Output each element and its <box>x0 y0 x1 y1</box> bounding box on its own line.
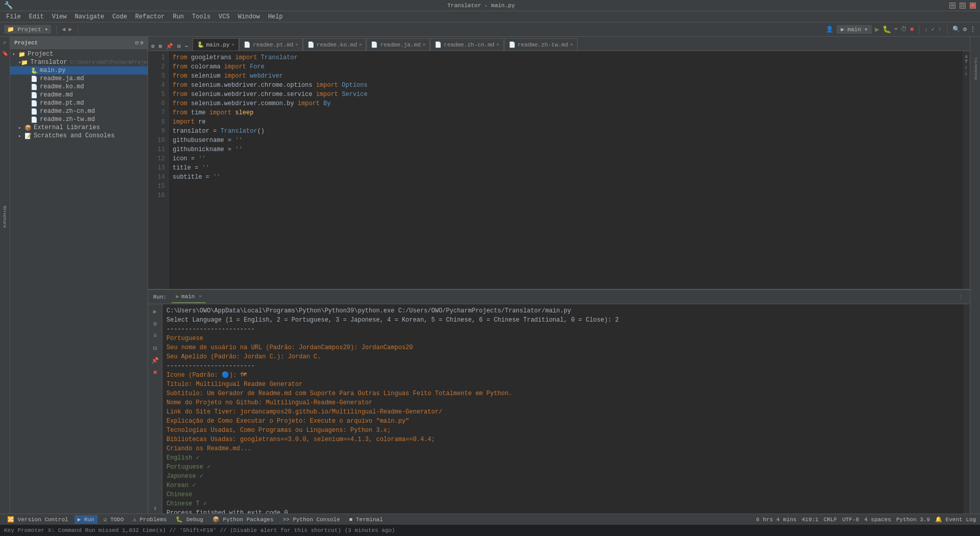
profile-button[interactable]: ⏱ <box>901 26 907 33</box>
tree-readme-ja[interactable]: 📄 readme.ja.md <box>10 75 148 83</box>
menu-refactor[interactable]: Refactor <box>131 12 169 21</box>
tab-run[interactable]: ▶ main ✕ <box>172 291 205 303</box>
run-button[interactable]: ▶ <box>875 25 879 34</box>
tree-scratches[interactable]: ▸ 📝 Scratches and Consoles <box>10 132 148 140</box>
more-actions-button[interactable]: ⋮ <box>970 26 976 33</box>
bt-more-icon[interactable]: ⋮ <box>958 294 964 300</box>
statusbar-encoding[interactable]: UTF-8 <box>842 517 859 523</box>
tab-readme-ja-close[interactable]: ✕ <box>423 42 425 47</box>
terminal-tab[interactable]: ■ Terminal <box>346 516 386 524</box>
tab-readme-ko[interactable]: 📄 readme.ko.md ✕ <box>303 38 367 51</box>
tab-readme-zhtw[interactable]: 📄 readme.zh-tw.md ✕ <box>504 38 578 51</box>
bookmarks-icon[interactable]: Bookmarks <box>971 39 980 80</box>
stop-button[interactable]: ■ <box>910 26 914 33</box>
menu-view[interactable]: View <box>48 12 71 21</box>
tab-readme-ja[interactable]: 📄 readme.ja.md ✕ <box>366 38 430 51</box>
console-output[interactable]: C:\Users\OWO\AppData\Local\Programs\Pyth… <box>162 304 964 514</box>
debug-button[interactable]: 🐛 <box>882 25 891 34</box>
tab-readme-pt-close[interactable]: ✕ <box>295 42 298 47</box>
run-scroll-icon[interactable]: ⬇ <box>150 503 160 514</box>
tree-main-py[interactable]: 🐍 main.py <box>10 66 148 75</box>
menu-file[interactable]: File <box>2 12 25 21</box>
run-config-dropdown[interactable]: ▶ main ▾ <box>836 25 872 34</box>
toolbar-icon-back[interactable]: ◀ <box>62 26 65 33</box>
run-play-icon[interactable]: ▶ <box>150 306 160 316</box>
run-pin-icon[interactable]: 📌 <box>150 355 160 366</box>
bookmarks-toggle[interactable]: 🔖 <box>1 49 10 58</box>
tab-main-py[interactable]: 🐍 main.py ✕ <box>193 38 240 51</box>
console-separator-1: ------------------------ <box>166 325 960 334</box>
tab-readme-ja-icon: 📄 <box>371 41 378 48</box>
tab-readme-zhcn[interactable]: 📄 readme.zh-cn.md ✕ <box>430 38 504 51</box>
vcs-update-button[interactable]: ↓ <box>924 26 928 33</box>
collapse-all-icon[interactable]: ⊟ <box>135 40 138 46</box>
tree-external-libs[interactable]: ▸ 📦 External Libraries <box>10 124 148 132</box>
structure-toggle[interactable]: Structure <box>1 212 10 222</box>
vcs-commit-button[interactable]: ✓ <box>931 26 935 33</box>
tab-readme-ko-close[interactable]: ✕ <box>359 42 362 47</box>
tab-readme-zhcn-close[interactable]: ✕ <box>496 42 499 47</box>
todo-tab[interactable]: ☑ TODO <box>101 515 127 524</box>
tree-readme-ko[interactable]: 📄 readme.ko.md <box>10 83 148 91</box>
menu-tools[interactable]: Tools <box>188 12 214 21</box>
coverage-button[interactable]: ☂ <box>894 26 898 33</box>
menu-window[interactable]: Window <box>234 12 264 21</box>
run-split-icon[interactable]: ⊟ <box>150 343 160 353</box>
menu-navigate[interactable]: Navigate <box>70 12 108 21</box>
menu-vcs[interactable]: VCS <box>214 12 234 21</box>
run-settings-icon[interactable]: ⚙ <box>150 319 160 329</box>
menu-edit[interactable]: Edit <box>25 12 48 21</box>
tab-readme-pt-label: readme.pt.md <box>253 42 293 48</box>
menu-code[interactable]: Code <box>108 12 131 21</box>
statusbar-time: 6 hrs 4 mins <box>756 517 797 523</box>
menu-run[interactable]: Run <box>169 12 188 21</box>
tab-readme-zhtw-close[interactable]: ✕ <box>570 42 573 47</box>
split-icon[interactable]: ⊟ <box>176 42 182 51</box>
tree-translator-icon: 📁 <box>21 59 28 66</box>
tree-readme-zhcn[interactable]: 📄 readme.zh-cn.md <box>10 107 148 115</box>
toolbar-icon-forward[interactable]: ▶ <box>68 26 72 33</box>
settings-tab-icon[interactable]: ⚙ <box>150 42 156 51</box>
project-dropdown[interactable]: 📁 Project ▾ <box>4 25 51 34</box>
up-arrow-icon[interactable]: ↑ <box>965 65 968 71</box>
run-stop-icon[interactable]: ■ <box>150 368 160 378</box>
tree-readme-pt[interactable]: 📄 readme.pt.md <box>10 99 148 107</box>
python-packages-tab[interactable]: 📦 Python Packages <box>209 515 277 524</box>
statusbar-indent[interactable]: 4 spaces <box>864 517 891 523</box>
tree-readme-zhtw[interactable]: 📄 readme.zh-tw.md <box>10 115 148 124</box>
statusbar-python[interactable]: Python 3.9 <box>896 517 930 523</box>
down-arrow-icon[interactable]: ↓ <box>965 71 968 77</box>
debug-tab[interactable]: 🐛 Debug <box>173 515 206 524</box>
main-content: P 🔖 Structure Project ⊟ ⚙ ▾ 📁 Project ▾ … <box>0 37 980 514</box>
settings-button[interactable]: ⚙ <box>963 26 967 33</box>
version-control-tab[interactable]: 🔀 Version Control <box>4 515 71 524</box>
close-button[interactable]: ✕ <box>970 3 976 9</box>
tab-readme-pt[interactable]: 📄 readme.pt.md ✕ <box>239 38 303 51</box>
pin-icon[interactable]: 📌 <box>165 42 174 51</box>
user-icon[interactable]: 👤 <box>826 26 833 33</box>
run-layout-icon[interactable]: ≡ <box>150 331 160 341</box>
statusbar-crlf[interactable]: CRLF <box>824 517 837 523</box>
search-everywhere-button[interactable]: 🔍 <box>952 26 960 33</box>
menu-help[interactable]: Help <box>264 12 287 21</box>
tree-translator[interactable]: ▾ 📁 Translator C:\Users\OWO\PycharmProje… <box>10 58 148 66</box>
tab-main-py-close[interactable]: ✕ <box>232 42 234 47</box>
tree-readme-zhtw-label: readme.zh-tw.md <box>40 116 95 123</box>
more-tabs-icon[interactable]: ⋯ <box>184 42 189 51</box>
problems-tab[interactable]: ⚠ Problems <box>130 515 170 524</box>
project-panel-toggle[interactable]: P <box>1 39 10 48</box>
run-tab-bottom[interactable]: ▶ Run <box>75 515 98 524</box>
tree-readme-md[interactable]: 📄 readme.md <box>10 91 148 99</box>
minimize-button[interactable]: ─ <box>949 3 955 9</box>
statusbar-event-log[interactable]: 🔔 Event Log <box>935 516 976 523</box>
python-console-tab[interactable]: >> Python Console <box>280 516 343 524</box>
tree-root[interactable]: ▾ 📁 Project <box>10 50 148 58</box>
bottom-panel: Run: ▶ main ✕ ⋮ ▶ ⚙ ≡ ⊟ <box>148 289 970 514</box>
maximize-button[interactable]: □ <box>960 3 966 9</box>
settings-icon[interactable]: ⚙ <box>140 40 144 46</box>
vcs-push-button[interactable]: ↑ <box>938 26 942 33</box>
code-content[interactable]: from googletrans import Translator from … <box>169 51 963 289</box>
console-right-scroll[interactable] <box>964 304 970 514</box>
run-tab-close[interactable]: ✕ <box>199 294 201 299</box>
expand-icon[interactable]: ⊞ <box>158 42 163 51</box>
